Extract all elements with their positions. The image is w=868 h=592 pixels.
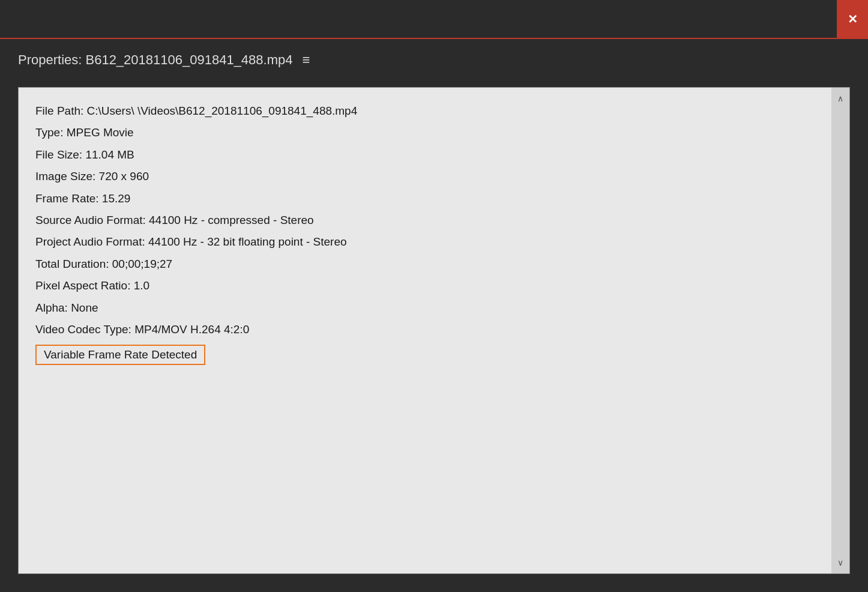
- page-title: Properties: B612_20181106_091841_488.mp4: [18, 52, 293, 68]
- pixel-aspect: Pixel Aspect Ratio: 1.0: [35, 277, 815, 295]
- total-duration: Total Duration: 00;00;19;27: [35, 255, 815, 273]
- file-path: File Path: C:\Users\ \Videos\B612_201811…: [35, 102, 815, 120]
- source-audio: Source Audio Format: 44100 Hz - compress…: [35, 211, 815, 229]
- header-row: Properties: B612_20181106_091841_488.mp4…: [0, 39, 868, 81]
- vfr-badge-container: Variable Frame Rate Detected: [35, 342, 815, 365]
- frame-rate: Frame Rate: 15.29: [35, 190, 815, 208]
- menu-icon[interactable]: ≡: [303, 52, 310, 68]
- scrollbar-track: ∧ ∨: [831, 88, 849, 573]
- close-icon: ✕: [848, 12, 858, 26]
- vfr-badge: Variable Frame Rate Detected: [35, 345, 205, 365]
- video-codec: Video Codec Type: MP4/MOV H.264 4:2:0: [35, 321, 815, 339]
- file-size: File Size: 11.04 MB: [35, 146, 815, 164]
- properties-panel: File Path: C:\Users\ \Videos\B612_201811…: [18, 87, 850, 574]
- properties-list: File Path: C:\Users\ \Videos\B612_201811…: [19, 88, 831, 573]
- project-audio: Project Audio Format: 44100 Hz - 32 bit …: [35, 233, 815, 251]
- top-bar: ✕: [0, 0, 868, 39]
- scroll-down-arrow[interactable]: ∨: [831, 554, 849, 571]
- close-button[interactable]: ✕: [837, 0, 868, 38]
- type: Type: MPEG Movie: [35, 124, 815, 142]
- image-size: Image Size: 720 x 960: [35, 168, 815, 186]
- scroll-up-arrow[interactable]: ∧: [831, 90, 849, 107]
- alpha: Alpha: None: [35, 299, 815, 317]
